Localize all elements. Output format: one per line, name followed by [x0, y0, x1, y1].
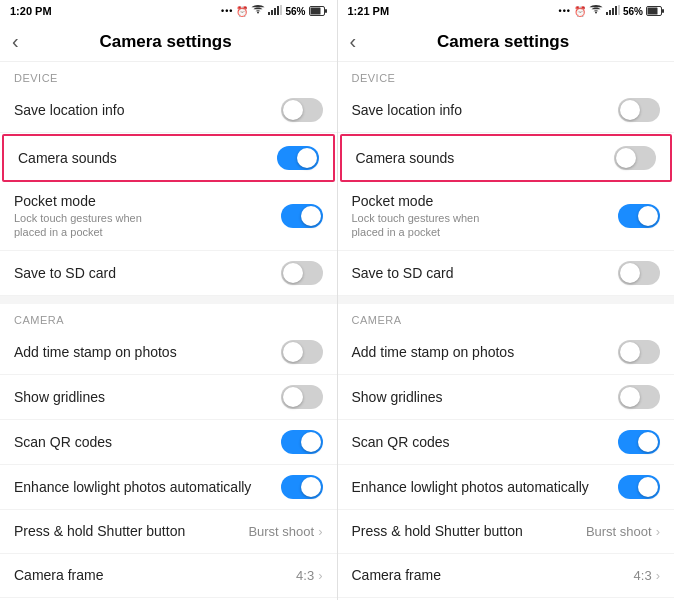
setting-label-group: Save to SD card — [352, 265, 454, 281]
settings-list: DEVICESave location infoCamera soundsPoc… — [0, 62, 337, 600]
section-header-device: DEVICE — [338, 62, 675, 88]
setting-item-gridlines[interactable]: Show gridlines — [0, 375, 337, 420]
setting-item-save-location[interactable]: Save location info — [0, 88, 337, 133]
setting-label-group: Pocket modeLock touch gestures when plac… — [14, 193, 154, 240]
alarm-icon: ⏰ — [236, 6, 248, 17]
setting-label-group: Camera sounds — [18, 150, 117, 166]
back-button[interactable]: ‹ — [12, 30, 19, 53]
battery-level: 56% — [285, 6, 305, 17]
toggle-knob — [297, 148, 317, 168]
setting-item-save-location[interactable]: Save location info — [338, 88, 675, 133]
status-icons: ••• ⏰ 56% — [221, 5, 326, 17]
setting-label: Enhance lowlight photos automatically — [352, 479, 589, 495]
status-bar: 1:20 PM ••• ⏰ 56% — [0, 0, 337, 22]
toggle-timestamp[interactable] — [618, 340, 660, 364]
toggle-knob — [283, 342, 303, 362]
setting-value-text: Burst shoot — [586, 524, 652, 539]
setting-item-shutter[interactable]: Press & hold Shutter buttonBurst shoot› — [0, 510, 337, 554]
toggle-save-location[interactable] — [281, 98, 323, 122]
svg-rect-9 — [609, 10, 611, 15]
chevron-right-icon: › — [318, 568, 322, 583]
setting-item-timestamp[interactable]: Add time stamp on photos — [338, 330, 675, 375]
section-divider — [338, 296, 675, 304]
setting-label: Camera sounds — [356, 150, 455, 166]
setting-label: Add time stamp on photos — [352, 344, 515, 360]
toggle-knob — [283, 100, 303, 120]
toggle-camera-sounds[interactable] — [277, 146, 319, 170]
setting-label-group: Camera frame — [352, 567, 441, 583]
toggle-knob — [301, 206, 321, 226]
header: ‹Camera settings — [338, 22, 675, 62]
toggle-knob — [301, 432, 321, 452]
back-button[interactable]: ‹ — [350, 30, 357, 53]
setting-label: Save location info — [14, 102, 125, 118]
setting-item-camera-sounds[interactable]: Camera sounds — [2, 134, 335, 182]
setting-label: Press & hold Shutter button — [352, 523, 523, 539]
setting-item-timestamp[interactable]: Add time stamp on photos — [0, 330, 337, 375]
toggle-timestamp[interactable] — [281, 340, 323, 364]
setting-item-pocket-mode[interactable]: Pocket modeLock touch gestures when plac… — [0, 183, 337, 251]
setting-item-frame[interactable]: Camera frame4:3› — [0, 554, 337, 598]
toggle-qr-codes[interactable] — [281, 430, 323, 454]
setting-item-pocket-mode[interactable]: Pocket modeLock touch gestures when plac… — [338, 183, 675, 251]
setting-label: Show gridlines — [14, 389, 105, 405]
toggle-lowlight[interactable] — [618, 475, 660, 499]
alarm-icon: ⏰ — [574, 6, 586, 17]
toggle-knob — [638, 432, 658, 452]
svg-rect-4 — [280, 5, 282, 15]
setting-label-group: Enhance lowlight photos automatically — [352, 479, 589, 495]
toggle-save-location[interactable] — [618, 98, 660, 122]
setting-item-qr-codes[interactable]: Scan QR codes — [338, 420, 675, 465]
setting-label-group: Camera sounds — [356, 150, 455, 166]
svg-rect-10 — [612, 8, 614, 15]
setting-label-group: Press & hold Shutter button — [352, 523, 523, 539]
toggle-knob — [616, 148, 636, 168]
setting-value-text: Burst shoot — [248, 524, 314, 539]
setting-item-lowlight[interactable]: Enhance lowlight photos automatically — [338, 465, 675, 510]
setting-value: 4:3› — [634, 568, 660, 583]
section-header-device: DEVICE — [0, 62, 337, 88]
toggle-qr-codes[interactable] — [618, 430, 660, 454]
svg-rect-11 — [615, 6, 617, 15]
setting-item-qr-codes[interactable]: Scan QR codes — [0, 420, 337, 465]
wifi-icon — [589, 5, 603, 17]
svg-rect-2 — [274, 8, 276, 15]
page-title: Camera settings — [364, 32, 642, 52]
setting-label-group: Enhance lowlight photos automatically — [14, 479, 251, 495]
battery-icon — [309, 6, 327, 16]
setting-label: Save location info — [352, 102, 463, 118]
setting-item-save-sd[interactable]: Save to SD card — [0, 251, 337, 296]
toggle-save-sd[interactable] — [281, 261, 323, 285]
toggle-lowlight[interactable] — [281, 475, 323, 499]
setting-label: Scan QR codes — [14, 434, 112, 450]
toggle-pocket-mode[interactable] — [281, 204, 323, 228]
setting-label-group: Save location info — [14, 102, 125, 118]
setting-item-lowlight[interactable]: Enhance lowlight photos automatically — [0, 465, 337, 510]
section-divider — [0, 296, 337, 304]
setting-item-gridlines[interactable]: Show gridlines — [338, 375, 675, 420]
setting-item-frame[interactable]: Camera frame4:3› — [338, 554, 675, 598]
setting-label-group: Add time stamp on photos — [14, 344, 177, 360]
setting-label: Enhance lowlight photos automatically — [14, 479, 251, 495]
status-time: 1:21 PM — [348, 5, 390, 17]
toggle-save-sd[interactable] — [618, 261, 660, 285]
toggle-knob — [620, 263, 640, 283]
setting-item-save-sd[interactable]: Save to SD card — [338, 251, 675, 296]
battery-icon — [646, 6, 664, 16]
setting-label: Camera frame — [352, 567, 441, 583]
toggle-gridlines[interactable] — [281, 385, 323, 409]
toggle-knob — [301, 477, 321, 497]
toggle-camera-sounds[interactable] — [614, 146, 656, 170]
setting-label: Save to SD card — [352, 265, 454, 281]
page-title: Camera settings — [27, 32, 305, 52]
toggle-gridlines[interactable] — [618, 385, 660, 409]
setting-label-group: Pocket modeLock touch gestures when plac… — [352, 193, 492, 240]
svg-rect-3 — [277, 6, 279, 15]
section-header-camera: CAMERA — [0, 304, 337, 330]
signal-strength-icon — [268, 5, 282, 17]
toggle-pocket-mode[interactable] — [618, 204, 660, 228]
setting-item-camera-sounds[interactable]: Camera sounds — [340, 134, 673, 182]
setting-label: Save to SD card — [14, 265, 116, 281]
setting-item-shutter[interactable]: Press & hold Shutter buttonBurst shoot› — [338, 510, 675, 554]
setting-label-group: Show gridlines — [14, 389, 105, 405]
